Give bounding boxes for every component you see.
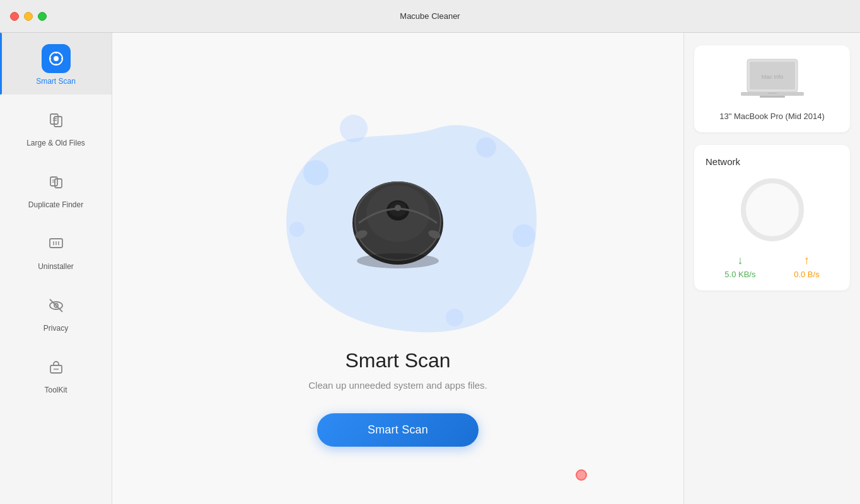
svg-point-38 bbox=[357, 253, 439, 268]
download-icon: ↓ bbox=[737, 254, 743, 267]
scan-title: Smart Scan bbox=[345, 349, 450, 372]
toolkit-icon bbox=[42, 353, 71, 382]
network-title: Network bbox=[706, 156, 740, 167]
titlebar: Macube Cleaner bbox=[0, 0, 860, 33]
maximize-button[interactable] bbox=[38, 12, 47, 21]
scan-subtitle: Clean up unneeded system and apps files. bbox=[308, 380, 487, 391]
sidebar-item-toolkit[interactable]: ToolKit bbox=[0, 341, 112, 403]
app-body: Smart Scan Large & Old Files bbox=[0, 33, 860, 504]
center-panel: Smart Scan Clean up unneeded system and … bbox=[112, 33, 683, 504]
svg-point-26 bbox=[513, 224, 535, 247]
upload-speed: 0.0 B/s bbox=[794, 270, 819, 279]
sidebar-item-duplicate-finder[interactable]: Duplicate Finder bbox=[0, 156, 112, 218]
network-stats: ↓ 5.0 KB/s ↑ 0.0 B/s bbox=[706, 254, 839, 279]
sidebar: Smart Scan Large & Old Files bbox=[0, 33, 112, 504]
svg-rect-43 bbox=[760, 96, 785, 98]
svg-line-20 bbox=[50, 299, 62, 312]
large-old-files-icon bbox=[42, 106, 71, 135]
robot-vacuum bbox=[335, 154, 461, 280]
right-panel: Mac Info 13" MacBook Pro (Mid 2014) Netw… bbox=[683, 33, 860, 504]
svg-point-24 bbox=[289, 222, 305, 237]
sidebar-item-privacy[interactable]: Privacy bbox=[0, 280, 112, 341]
sidebar-label-privacy: Privacy bbox=[44, 324, 68, 333]
mac-model: 13" MacBook Pro (Mid 2014) bbox=[719, 112, 824, 121]
svg-point-23 bbox=[303, 160, 328, 185]
main-content: Smart Scan Clean up unneeded system and … bbox=[112, 33, 683, 504]
network-gauge bbox=[741, 178, 804, 241]
sidebar-label-smart-scan: Smart Scan bbox=[36, 77, 76, 86]
svg-text:Mac Info: Mac Info bbox=[761, 74, 783, 80]
close-button[interactable] bbox=[10, 12, 19, 21]
app-name: Macube Cleaner bbox=[400, 11, 460, 21]
sidebar-label-large-old-files: Large & Old Files bbox=[26, 139, 85, 147]
network-card: Network ↓ 5.0 KB/s ↑ 0.0 B/s bbox=[694, 145, 850, 290]
robot-illustration bbox=[234, 91, 562, 343]
window-controls bbox=[10, 12, 47, 21]
sidebar-label-toolkit: ToolKit bbox=[44, 386, 67, 394]
privacy-icon bbox=[42, 291, 71, 320]
upload-stat: ↑ 0.0 B/s bbox=[794, 254, 819, 279]
svg-point-25 bbox=[476, 137, 496, 158]
smart-scan-icon bbox=[42, 44, 71, 73]
svg-point-28 bbox=[340, 115, 368, 142]
svg-point-27 bbox=[446, 309, 463, 326]
download-stat: ↓ 5.0 KB/s bbox=[724, 254, 755, 279]
macbook-illustration: Mac Info bbox=[738, 57, 807, 104]
download-speed: 5.0 KB/s bbox=[724, 270, 755, 279]
svg-rect-42 bbox=[741, 92, 804, 96]
sidebar-label-duplicate-finder: Duplicate Finder bbox=[28, 200, 83, 209]
sidebar-item-large-old-files[interactable]: Large & Old Files bbox=[0, 94, 112, 156]
upload-icon: ↑ bbox=[804, 254, 810, 267]
sidebar-label-uninstaller: Uninstaller bbox=[38, 262, 74, 271]
sidebar-item-uninstaller[interactable]: Uninstaller bbox=[0, 218, 112, 280]
duplicate-finder-icon bbox=[42, 168, 71, 197]
mac-info-card: Mac Info 13" MacBook Pro (Mid 2014) bbox=[694, 45, 850, 132]
uninstaller-icon bbox=[42, 229, 71, 258]
svg-point-1 bbox=[54, 56, 59, 61]
minimize-button[interactable] bbox=[24, 12, 33, 21]
smart-scan-button[interactable]: Smart Scan bbox=[317, 413, 479, 447]
sidebar-item-smart-scan[interactable]: Smart Scan bbox=[0, 33, 112, 94]
